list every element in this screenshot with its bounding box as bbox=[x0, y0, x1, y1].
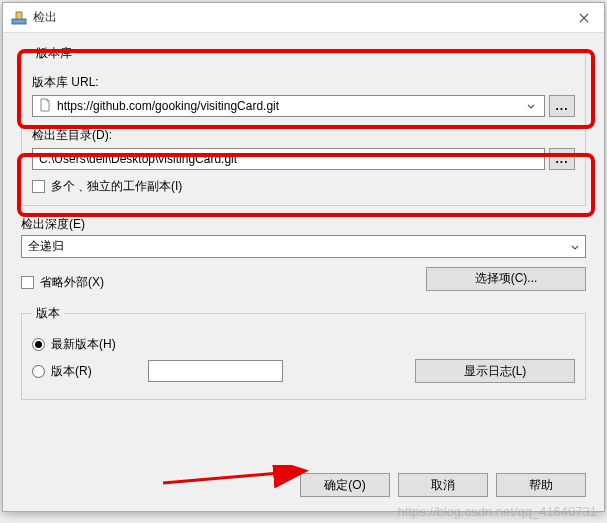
dir-label: 检出至目录(D): bbox=[32, 127, 575, 144]
chevron-down-icon bbox=[571, 240, 579, 254]
choose-items-button[interactable]: 选择项(C)... bbox=[426, 267, 586, 291]
omit-externals-label: 省略外部(X) bbox=[40, 274, 104, 291]
url-label: 版本库 URL: bbox=[32, 74, 575, 91]
depth-select[interactable]: 全递归 bbox=[21, 235, 586, 258]
svg-rect-0 bbox=[12, 19, 26, 24]
app-icon bbox=[11, 10, 27, 26]
cancel-button[interactable]: 取消 bbox=[398, 473, 488, 497]
url-browse-button[interactable]: ... bbox=[549, 95, 575, 117]
repository-group: 版本库 版本库 URL: ... 检出至目录(D): ... bbox=[21, 45, 586, 206]
depth-label: 检出深度(E) bbox=[21, 216, 586, 233]
radio-icon bbox=[32, 338, 45, 351]
head-revision-label: 最新版本(H) bbox=[51, 336, 116, 353]
chevron-down-icon[interactable] bbox=[524, 101, 538, 112]
close-icon bbox=[579, 10, 589, 26]
multiple-copies-label: 多个﹑独立的工作副本(I) bbox=[51, 178, 182, 195]
directory-input[interactable] bbox=[32, 148, 545, 170]
checkout-dialog: 检出 版本库 版本库 URL: ... bbox=[2, 2, 605, 512]
document-icon bbox=[39, 98, 51, 115]
radio-icon bbox=[32, 365, 45, 378]
url-combobox[interactable] bbox=[32, 95, 545, 117]
help-button[interactable]: 帮助 bbox=[496, 473, 586, 497]
head-revision-radio[interactable]: 最新版本(H) bbox=[32, 336, 575, 353]
depth-selected: 全递归 bbox=[28, 238, 64, 255]
url-input[interactable] bbox=[55, 98, 524, 114]
annotation-arrow-icon bbox=[163, 465, 323, 489]
specific-revision-label: 版本(R) bbox=[51, 363, 92, 380]
repository-legend: 版本库 bbox=[32, 45, 76, 62]
specific-revision-radio[interactable]: 版本(R) bbox=[32, 360, 283, 382]
dialog-content: 版本库 版本库 URL: ... 检出至目录(D): ... bbox=[3, 33, 604, 422]
omit-externals-checkbox[interactable]: 省略外部(X) bbox=[21, 274, 104, 291]
title-text: 检出 bbox=[33, 9, 564, 26]
close-button[interactable] bbox=[564, 3, 604, 33]
svg-rect-1 bbox=[16, 12, 22, 19]
dir-browse-button[interactable]: ... bbox=[549, 148, 575, 170]
multiple-copies-checkbox[interactable]: 多个﹑独立的工作副本(I) bbox=[32, 178, 575, 195]
checkbox-icon bbox=[32, 180, 45, 193]
svg-line-2 bbox=[163, 471, 303, 483]
depth-section: 检出深度(E) 全递归 省略外部(X) 选择项(C)... bbox=[21, 216, 586, 291]
revision-group: 版本 最新版本(H) 版本(R) 显示日志(L) bbox=[21, 305, 586, 400]
checkbox-icon bbox=[21, 276, 34, 289]
dialog-footer: 确定(O) 取消 帮助 bbox=[300, 473, 586, 497]
ok-button[interactable]: 确定(O) bbox=[300, 473, 390, 497]
titlebar[interactable]: 检出 bbox=[3, 3, 604, 33]
revision-legend: 版本 bbox=[32, 305, 64, 322]
show-log-button[interactable]: 显示日志(L) bbox=[415, 359, 575, 383]
revision-input[interactable] bbox=[148, 360, 283, 382]
